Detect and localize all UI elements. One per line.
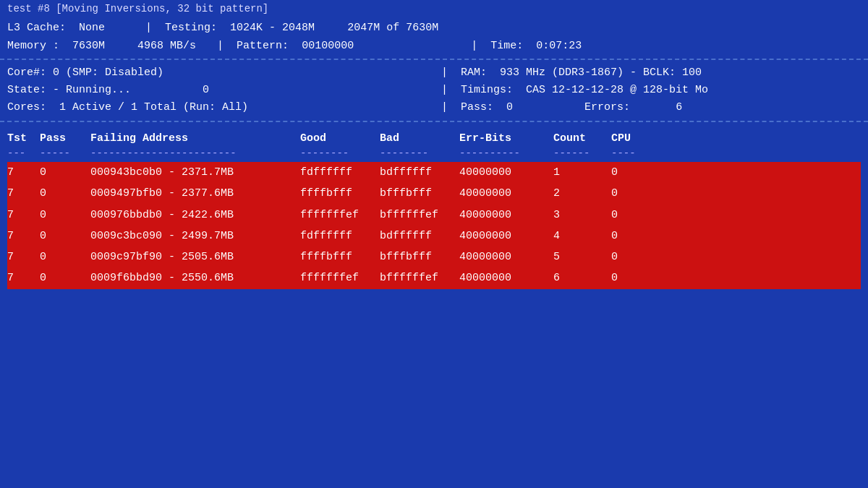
cell-address: 000976bbdb0 - 2422.6MB <box>90 207 300 223</box>
header-tst: Tst <box>7 132 40 145</box>
cell-address: 0009c97bf90 - 2505.6MB <box>90 249 300 265</box>
cell-count: 3 <box>553 207 611 223</box>
l3cache-info: L3 Cache: None <box>7 20 105 37</box>
cell-cpu: 0 <box>611 164 655 181</box>
cell-count: 6 <box>553 270 611 286</box>
cell-good: ffffbfff <box>300 249 380 265</box>
cell-pass: 0 <box>40 164 90 181</box>
table-row: 7 0 000976bbdb0 - 2422.6MB fffffffef bff… <box>7 205 861 226</box>
table-row: 7 0 0009c97bf90 - 2505.6MB ffffbfff bfff… <box>7 247 861 267</box>
cell-cpu: 0 <box>611 185 655 202</box>
pattern-label: Pattern: <box>237 40 289 52</box>
table-dividers: --- ----- ------------------------ -----… <box>7 147 861 159</box>
cell-count: 4 <box>553 228 611 244</box>
cell-errbits: 40000000 <box>459 249 553 265</box>
ram-label: RAM: <box>461 67 487 79</box>
memory-speed: 4968 MB/s <box>137 40 196 52</box>
testing-label: Testing: <box>165 22 217 34</box>
pattern-value: 00100000 <box>302 40 354 52</box>
div-pass: ----- <box>40 147 90 159</box>
cell-address: 000943bc0b0 - 2371.7MB <box>90 164 300 181</box>
table-row: 7 0 000943bc0b0 - 2371.7MB fdffffff bdff… <box>7 162 861 183</box>
cell-tst: 7 <box>7 249 40 265</box>
core-row-1: Core#: 0 (SMP: Disabled) | RAM: 933 MHz … <box>7 64 861 82</box>
cell-tst: 7 <box>7 185 40 202</box>
table-row: 7 0 0009497bfb0 - 2377.6MB ffffbfff bfff… <box>7 183 861 204</box>
div-tst: --- <box>7 147 40 159</box>
cell-good: fdffffff <box>300 164 380 181</box>
cell-errbits: 40000000 <box>459 270 553 286</box>
cell-pass: 0 <box>40 249 90 265</box>
memory-info: Memory : 7630M 4968 MB/s <box>7 38 196 55</box>
top-partial-line: test #8 [Moving Inversions, 32 bit patte… <box>0 0 868 16</box>
cell-good: fffffffef <box>300 270 380 286</box>
cores-value: 1 Active / 1 Total (Run: All) <box>59 101 248 114</box>
cell-bad: bfffbfff <box>380 249 459 265</box>
cell-good: fdffffff <box>300 228 380 244</box>
pattern-time-info: | Pattern: 00100000 | Time: 0:07:23 <box>196 38 861 55</box>
cell-cpu: 0 <box>611 249 655 265</box>
cell-errbits: 40000000 <box>459 207 553 223</box>
cell-pass: 0 <box>40 228 90 244</box>
cell-address: 0009497bfb0 - 2377.6MB <box>90 185 300 202</box>
table-header: Tst Pass Failing Address Good Bad Err-Bi… <box>7 129 861 147</box>
cell-pass: 0 <box>40 185 90 202</box>
table-section: Tst Pass Failing Address Good Bad Err-Bi… <box>0 122 868 289</box>
cell-cpu: 0 <box>611 270 655 286</box>
header-address: Failing Address <box>90 132 300 145</box>
core-section: Core#: 0 (SMP: Disabled) | RAM: 933 MHz … <box>0 60 868 122</box>
cell-cpu: 0 <box>611 228 655 244</box>
header-errbits: Err-Bits <box>459 132 553 145</box>
l3cache-label: L3 Cache: <box>7 22 66 34</box>
cell-good: fffffffef <box>300 207 380 223</box>
errors-value: 6 <box>676 101 682 114</box>
ram-value: 933 MHz (DDR3-1867) - BCLK: 100 <box>500 67 702 79</box>
core-row-2: State: - Running... 0 | Timings: CAS 12-… <box>7 82 861 99</box>
l3cache-value: None <box>79 22 105 34</box>
cell-bad: bffffffef <box>380 270 459 286</box>
table-body: 7 0 000943bc0b0 - 2371.7MB fdffffff bdff… <box>7 162 861 289</box>
top-partial-text: test #8 [Moving Inversions, 32 bit patte… <box>7 3 268 14</box>
timings-label: Timings: <box>461 84 513 96</box>
cell-tst: 7 <box>7 207 40 223</box>
testing-info: | Testing: 1024K - 2048M 2047M of 7630M <box>105 20 861 37</box>
cell-good: ffffbfff <box>300 185 380 202</box>
header-cpu: CPU <box>611 132 655 145</box>
pass-value: 0 <box>506 101 513 114</box>
core-left-2: State: - Running... 0 <box>7 82 434 99</box>
div-good: -------- <box>300 147 380 159</box>
div-errbits: ---------- <box>459 147 553 159</box>
of-value: 2047M of 7630M <box>347 22 438 34</box>
time-value: 0:07:23 <box>536 40 582 52</box>
cell-bad: bdffffff <box>380 164 459 181</box>
core-row-3: Cores: 1 Active / 1 Total (Run: All) | P… <box>7 99 861 116</box>
cell-errbits: 40000000 <box>459 228 553 244</box>
core-right-2: | Timings: CAS 12-12-12-28 @ 128-bit Mo <box>434 82 861 99</box>
div-cpu: ---- <box>611 147 655 159</box>
memory-value: 7630M <box>72 40 105 52</box>
table-row: 7 0 0009f6bbd90 - 2550.6MB fffffffef bff… <box>7 267 861 288</box>
core-left-3: Cores: 1 Active / 1 Total (Run: All) <box>7 99 434 116</box>
header-bad: Bad <box>380 132 459 145</box>
header-good: Good <box>300 132 380 145</box>
state-label: State: - Running... <box>7 84 131 96</box>
pass-label: Pass: <box>461 101 493 114</box>
errors-label: Errors: <box>584 101 630 114</box>
div-address: ------------------------ <box>90 147 300 159</box>
info-row-2: Memory : 7630M 4968 MB/s | Pattern: 0010… <box>7 38 861 55</box>
screen: test #8 [Moving Inversions, 32 bit patte… <box>0 0 868 488</box>
cell-errbits: 40000000 <box>459 185 553 202</box>
cell-tst: 7 <box>7 164 40 181</box>
cell-pass: 0 <box>40 207 90 223</box>
core-right-1: | RAM: 933 MHz (DDR3-1867) - BCLK: 100 <box>434 64 861 82</box>
cell-pass: 0 <box>40 270 90 286</box>
top-info-section: L3 Cache: None | Testing: 1024K - 2048M … <box>0 16 868 60</box>
cell-bad: bfffbfff <box>380 185 459 202</box>
state-value: 0 <box>203 84 209 96</box>
header-pass: Pass <box>40 132 90 145</box>
cell-tst: 7 <box>7 270 40 286</box>
div-bad: -------- <box>380 147 459 159</box>
cores-label: Cores: <box>7 101 46 114</box>
core-right-3: | Pass: 0 Errors: 6 <box>434 99 861 116</box>
cell-tst: 7 <box>7 228 40 244</box>
